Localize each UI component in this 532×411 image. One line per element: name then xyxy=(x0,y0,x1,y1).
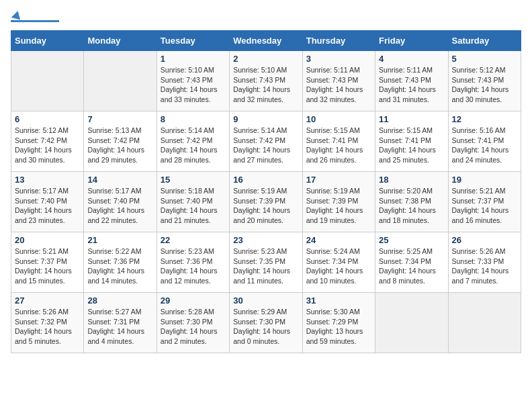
day-info: Sunrise: 5:14 AMSunset: 7:42 PMDaylight:… xyxy=(161,126,226,165)
calendar-cell: 17Sunrise: 5:19 AMSunset: 7:39 PMDayligh… xyxy=(302,172,375,232)
weekday-header-friday: Friday xyxy=(375,31,448,51)
day-info: Sunrise: 5:23 AMSunset: 7:35 PMDaylight:… xyxy=(233,246,298,286)
day-number: 4 xyxy=(379,54,444,64)
day-number: 28 xyxy=(87,295,152,306)
day-number: 12 xyxy=(452,114,517,124)
calendar-cell xyxy=(448,293,521,353)
calendar-cell xyxy=(84,51,157,111)
day-number: 14 xyxy=(87,175,152,185)
day-info: Sunrise: 5:23 AMSunset: 7:36 PMDaylight:… xyxy=(161,246,226,286)
day-number: 18 xyxy=(379,175,444,185)
day-number: 29 xyxy=(161,295,226,306)
calendar-cell: 26Sunrise: 5:26 AMSunset: 7:33 PMDayligh… xyxy=(448,232,521,293)
day-number: 10 xyxy=(306,114,371,124)
day-info: Sunrise: 5:20 AMSunset: 7:38 PMDaylight:… xyxy=(379,186,444,226)
calendar-cell: 21Sunrise: 5:22 AMSunset: 7:36 PMDayligh… xyxy=(84,232,157,293)
day-number: 13 xyxy=(15,175,80,185)
day-info: Sunrise: 5:16 AMSunset: 7:41 PMDaylight:… xyxy=(452,126,517,165)
weekday-header-thursday: Thursday xyxy=(302,31,375,51)
calendar-cell: 11Sunrise: 5:15 AMSunset: 7:41 PMDayligh… xyxy=(375,111,448,172)
calendar-cell: 29Sunrise: 5:28 AMSunset: 7:30 PMDayligh… xyxy=(157,293,229,353)
calendar-cell: 18Sunrise: 5:20 AMSunset: 7:38 PMDayligh… xyxy=(375,172,448,232)
logo-triangle xyxy=(11,9,23,19)
calendar-cell: 3Sunrise: 5:11 AMSunset: 7:43 PMDaylight… xyxy=(302,51,375,111)
day-info: Sunrise: 5:27 AMSunset: 7:31 PMDaylight:… xyxy=(87,307,152,347)
day-number: 25 xyxy=(379,235,444,245)
calendar-cell: 5Sunrise: 5:12 AMSunset: 7:43 PMDaylight… xyxy=(448,51,521,111)
day-number: 30 xyxy=(233,295,298,306)
day-info: Sunrise: 5:14 AMSunset: 7:42 PMDaylight:… xyxy=(233,126,298,165)
calendar-cell: 2Sunrise: 5:10 AMSunset: 7:43 PMDaylight… xyxy=(230,51,302,111)
day-number: 17 xyxy=(306,175,371,185)
calendar-cell: 12Sunrise: 5:16 AMSunset: 7:41 PMDayligh… xyxy=(448,111,521,172)
day-info: Sunrise: 5:26 AMSunset: 7:33 PMDaylight:… xyxy=(452,246,517,286)
calendar-week-2: 6Sunrise: 5:12 AMSunset: 7:42 PMDaylight… xyxy=(11,111,521,172)
calendar-cell: 24Sunrise: 5:24 AMSunset: 7:34 PMDayligh… xyxy=(302,232,375,293)
calendar-cell: 1Sunrise: 5:10 AMSunset: 7:43 PMDaylight… xyxy=(157,51,229,111)
calendar-cell: 7Sunrise: 5:13 AMSunset: 7:42 PMDaylight… xyxy=(84,111,157,172)
logo xyxy=(11,11,59,22)
day-number: 23 xyxy=(233,235,298,245)
calendar-cell: 27Sunrise: 5:26 AMSunset: 7:32 PMDayligh… xyxy=(11,293,84,353)
day-number: 20 xyxy=(15,235,80,245)
day-number: 7 xyxy=(87,114,152,124)
weekday-header-sunday: Sunday xyxy=(11,31,84,51)
day-info: Sunrise: 5:18 AMSunset: 7:40 PMDaylight:… xyxy=(161,186,226,226)
day-number: 2 xyxy=(233,54,298,64)
calendar-cell: 28Sunrise: 5:27 AMSunset: 7:31 PMDayligh… xyxy=(84,293,157,353)
day-info: Sunrise: 5:12 AMSunset: 7:42 PMDaylight:… xyxy=(15,126,80,165)
day-number: 9 xyxy=(233,114,298,124)
calendar-cell: 15Sunrise: 5:18 AMSunset: 7:40 PMDayligh… xyxy=(157,172,229,232)
day-info: Sunrise: 5:12 AMSunset: 7:43 PMDaylight:… xyxy=(452,65,517,105)
day-number: 6 xyxy=(15,114,80,124)
day-info: Sunrise: 5:10 AMSunset: 7:43 PMDaylight:… xyxy=(233,65,298,105)
page-header xyxy=(11,11,521,22)
day-number: 8 xyxy=(161,114,226,124)
day-info: Sunrise: 5:19 AMSunset: 7:39 PMDaylight:… xyxy=(306,186,371,226)
day-number: 1 xyxy=(161,54,226,64)
weekday-header-saturday: Saturday xyxy=(448,31,521,51)
day-info: Sunrise: 5:28 AMSunset: 7:30 PMDaylight:… xyxy=(161,307,226,347)
day-info: Sunrise: 5:24 AMSunset: 7:34 PMDaylight:… xyxy=(306,246,371,286)
day-number: 11 xyxy=(379,114,444,124)
day-info: Sunrise: 5:13 AMSunset: 7:42 PMDaylight:… xyxy=(87,126,152,165)
day-info: Sunrise: 5:22 AMSunset: 7:36 PMDaylight:… xyxy=(87,246,152,286)
calendar-cell xyxy=(375,293,448,353)
calendar-cell: 8Sunrise: 5:14 AMSunset: 7:42 PMDaylight… xyxy=(157,111,229,172)
day-info: Sunrise: 5:30 AMSunset: 7:29 PMDaylight:… xyxy=(306,307,371,347)
weekday-header-tuesday: Tuesday xyxy=(157,31,229,51)
day-number: 31 xyxy=(306,295,371,306)
calendar-cell xyxy=(11,51,84,111)
day-info: Sunrise: 5:11 AMSunset: 7:43 PMDaylight:… xyxy=(306,65,371,105)
day-number: 16 xyxy=(233,175,298,185)
calendar-cell: 13Sunrise: 5:17 AMSunset: 7:40 PMDayligh… xyxy=(11,172,84,232)
day-number: 5 xyxy=(452,54,517,64)
calendar-week-3: 13Sunrise: 5:17 AMSunset: 7:40 PMDayligh… xyxy=(11,172,521,232)
day-info: Sunrise: 5:17 AMSunset: 7:40 PMDaylight:… xyxy=(15,186,80,226)
day-number: 22 xyxy=(161,235,226,245)
day-info: Sunrise: 5:15 AMSunset: 7:41 PMDaylight:… xyxy=(379,126,444,165)
calendar-cell: 20Sunrise: 5:21 AMSunset: 7:37 PMDayligh… xyxy=(11,232,84,293)
day-info: Sunrise: 5:15 AMSunset: 7:41 PMDaylight:… xyxy=(306,126,371,165)
calendar-cell: 10Sunrise: 5:15 AMSunset: 7:41 PMDayligh… xyxy=(302,111,375,172)
calendar-cell: 23Sunrise: 5:23 AMSunset: 7:35 PMDayligh… xyxy=(230,232,302,293)
day-info: Sunrise: 5:19 AMSunset: 7:39 PMDaylight:… xyxy=(233,186,298,226)
calendar-table: SundayMondayTuesdayWednesdayThursdayFrid… xyxy=(11,30,521,353)
day-number: 27 xyxy=(15,295,80,306)
calendar-cell: 14Sunrise: 5:17 AMSunset: 7:40 PMDayligh… xyxy=(84,172,157,232)
calendar-cell: 25Sunrise: 5:25 AMSunset: 7:34 PMDayligh… xyxy=(375,232,448,293)
day-number: 21 xyxy=(87,235,152,245)
weekday-header-monday: Monday xyxy=(84,31,157,51)
day-info: Sunrise: 5:25 AMSunset: 7:34 PMDaylight:… xyxy=(379,246,444,286)
day-info: Sunrise: 5:21 AMSunset: 7:37 PMDaylight:… xyxy=(452,186,517,226)
day-number: 26 xyxy=(452,235,517,245)
day-info: Sunrise: 5:26 AMSunset: 7:32 PMDaylight:… xyxy=(15,307,80,347)
day-info: Sunrise: 5:11 AMSunset: 7:43 PMDaylight:… xyxy=(379,65,444,105)
calendar-cell: 6Sunrise: 5:12 AMSunset: 7:42 PMDaylight… xyxy=(11,111,84,172)
calendar-week-4: 20Sunrise: 5:21 AMSunset: 7:37 PMDayligh… xyxy=(11,232,521,293)
logo-underline xyxy=(11,20,59,22)
calendar-week-1: 1Sunrise: 5:10 AMSunset: 7:43 PMDaylight… xyxy=(11,51,521,111)
day-number: 15 xyxy=(161,175,226,185)
day-info: Sunrise: 5:21 AMSunset: 7:37 PMDaylight:… xyxy=(15,246,80,286)
calendar-cell: 9Sunrise: 5:14 AMSunset: 7:42 PMDaylight… xyxy=(230,111,302,172)
